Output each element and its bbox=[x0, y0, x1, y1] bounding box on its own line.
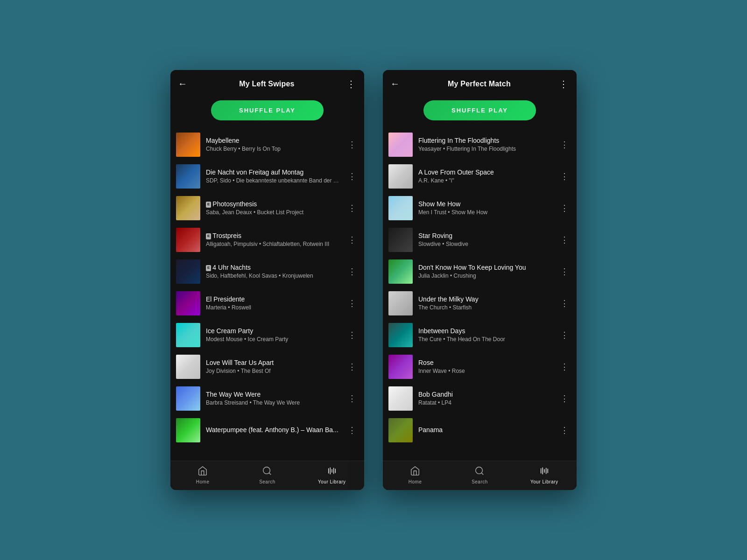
song-more-button[interactable]: ⋮ bbox=[346, 333, 359, 337]
song-info: The Way We WereBarbra Streisand • The Wa… bbox=[206, 390, 340, 407]
song-item[interactable]: Die Nacht von Freitag auf MontagSDP, Sid… bbox=[170, 161, 364, 192]
song-item[interactable]: Panama⋮ bbox=[383, 414, 577, 446]
song-more-button[interactable]: ⋮ bbox=[346, 428, 359, 433]
song-more-button[interactable]: ⋮ bbox=[558, 397, 571, 401]
song-art bbox=[176, 259, 200, 284]
shuffle-container-left: SHUFFLE PLAY bbox=[170, 94, 364, 129]
song-subtitle: Sido, Haftbefehl, Kool Savas • Kronjuwel… bbox=[206, 273, 340, 280]
song-art bbox=[176, 228, 200, 252]
nav-home-left[interactable]: Home bbox=[189, 466, 217, 484]
song-info: A Love From Outer SpaceA.R. Kane • "i" bbox=[418, 168, 553, 185]
nav-library-left[interactable]: Your Library bbox=[318, 466, 346, 484]
song-item[interactable]: The Way We WereBarbra Streisand • The Wa… bbox=[170, 383, 364, 414]
song-title: Fluttering In The Floodlights bbox=[418, 136, 553, 145]
song-info: Don't Know How To Keep Loving YouJulia J… bbox=[418, 263, 553, 280]
song-item[interactable]: E4 Uhr NachtsSido, Haftbefehl, Kool Sava… bbox=[170, 256, 364, 287]
shuffle-play-button-right[interactable]: SHUFFLE PLAY bbox=[423, 100, 536, 120]
nav-search-right[interactable]: Search bbox=[465, 466, 493, 484]
song-more-button[interactable]: ⋮ bbox=[346, 365, 359, 369]
back-button-left[interactable]: ← bbox=[178, 78, 187, 89]
song-subtitle: A.R. Kane • "i" bbox=[418, 177, 553, 185]
search-icon-left bbox=[262, 466, 272, 477]
song-more-button[interactable]: ⋮ bbox=[558, 143, 571, 147]
bottom-nav-left: Home Search Your Library bbox=[170, 461, 364, 490]
song-title: Maybellene bbox=[206, 136, 340, 145]
song-info: Fluttering In The FloodlightsYeasayer • … bbox=[418, 136, 553, 153]
song-art bbox=[388, 355, 413, 379]
shuffle-play-button-left[interactable]: SHUFFLE PLAY bbox=[211, 100, 324, 120]
song-more-button[interactable]: ⋮ bbox=[346, 301, 359, 306]
song-item[interactable]: Fluttering In The FloodlightsYeasayer • … bbox=[383, 129, 577, 161]
song-info: Die Nacht von Freitag auf MontagSDP, Sid… bbox=[206, 168, 340, 185]
song-item[interactable]: Inbetween DaysThe Cure • The Head On The… bbox=[383, 319, 577, 351]
song-item[interactable]: Under the Milky WayThe Church • Starfish… bbox=[383, 287, 577, 319]
svg-line-1 bbox=[269, 473, 271, 475]
song-info: E4 Uhr NachtsSido, Haftbefehl, Kool Sava… bbox=[206, 263, 340, 280]
song-item[interactable]: Waterpumpee (feat. Anthony B.) – Waan Ba… bbox=[170, 414, 364, 446]
song-title: Show Me How bbox=[418, 200, 553, 208]
song-more-button[interactable]: ⋮ bbox=[558, 175, 571, 179]
song-info: EPhotosynthesisSaba, Jean Deaux • Bucket… bbox=[206, 200, 340, 217]
song-item[interactable]: Bob GandhiRatatat • LP4⋮ bbox=[383, 383, 577, 414]
song-item[interactable]: Star RovingSlowdive • Slowdive⋮ bbox=[383, 224, 577, 256]
song-item[interactable]: ETrostpreisAlligatoah, Pimpulsiv • Schla… bbox=[170, 224, 364, 256]
song-subtitle: The Cure • The Head On The Door bbox=[418, 336, 553, 343]
song-title: Inbetween Days bbox=[418, 327, 553, 335]
song-subtitle: Chuck Berry • Berry Is On Top bbox=[206, 146, 340, 153]
song-item[interactable]: Don't Know How To Keep Loving YouJulia J… bbox=[383, 256, 577, 287]
song-title: Waterpumpee (feat. Anthony B.) – Waan Ba… bbox=[206, 426, 340, 434]
song-subtitle: Slowdive • Slowdive bbox=[418, 241, 553, 248]
song-title: Under the Milky Way bbox=[418, 295, 553, 303]
song-more-button[interactable]: ⋮ bbox=[558, 206, 571, 210]
song-art bbox=[176, 418, 200, 442]
song-item[interactable]: Ice Cream PartyModest Mouse • Ice Cream … bbox=[170, 319, 364, 351]
song-more-button[interactable]: ⋮ bbox=[558, 365, 571, 369]
song-more-button[interactable]: ⋮ bbox=[558, 428, 571, 433]
song-subtitle: Marteria • Roswell bbox=[206, 304, 340, 312]
song-more-button[interactable]: ⋮ bbox=[558, 333, 571, 337]
svg-line-8 bbox=[482, 473, 484, 475]
song-info: Bob GandhiRatatat • LP4 bbox=[418, 390, 553, 407]
song-more-button[interactable]: ⋮ bbox=[346, 270, 359, 274]
song-info: Show Me HowMen I Trust • Show Me How bbox=[418, 200, 553, 217]
bottom-nav-right: Home Search Your Library bbox=[383, 461, 577, 490]
more-button-left[interactable]: ⋮ bbox=[346, 82, 357, 86]
song-title: Bob Gandhi bbox=[418, 390, 553, 399]
song-more-button[interactable]: ⋮ bbox=[346, 397, 359, 401]
nav-home-label-right: Home bbox=[409, 479, 422, 484]
song-more-button[interactable]: ⋮ bbox=[558, 301, 571, 306]
song-item[interactable]: Love Will Tear Us ApartJoy Division • Th… bbox=[170, 351, 364, 383]
song-item[interactable]: El PresidenteMarteria • Roswell⋮ bbox=[170, 287, 364, 319]
song-more-button[interactable]: ⋮ bbox=[558, 270, 571, 274]
header-right: ← My Perfect Match ⋮ bbox=[383, 70, 577, 94]
song-more-button[interactable]: ⋮ bbox=[346, 238, 359, 242]
back-button-right[interactable]: ← bbox=[390, 78, 400, 89]
song-info: Panama bbox=[418, 426, 553, 435]
song-item[interactable]: A Love From Outer SpaceA.R. Kane • "i"⋮ bbox=[383, 161, 577, 192]
song-more-button[interactable]: ⋮ bbox=[346, 206, 359, 210]
song-item[interactable]: EPhotosynthesisSaba, Jean Deaux • Bucket… bbox=[170, 192, 364, 224]
more-button-right[interactable]: ⋮ bbox=[559, 82, 569, 86]
song-item[interactable]: MaybelleneChuck Berry • Berry Is On Top⋮ bbox=[170, 129, 364, 161]
svg-point-7 bbox=[476, 467, 483, 474]
song-more-button[interactable]: ⋮ bbox=[346, 175, 359, 179]
song-art bbox=[176, 355, 200, 379]
header-left: ← My Left Swipes ⋮ bbox=[170, 70, 364, 94]
song-info: El PresidenteMarteria • Roswell bbox=[206, 295, 340, 312]
playlist-title-right: My Perfect Match bbox=[448, 80, 511, 88]
song-art bbox=[176, 196, 200, 220]
song-art bbox=[176, 323, 200, 347]
song-more-button[interactable]: ⋮ bbox=[558, 238, 571, 242]
song-item[interactable]: RoseInner Wave • Rose⋮ bbox=[383, 351, 577, 383]
song-list-left: MaybelleneChuck Berry • Berry Is On Top⋮… bbox=[170, 129, 364, 461]
song-title: Ice Cream Party bbox=[206, 327, 340, 335]
search-icon-right bbox=[474, 466, 485, 477]
nav-library-right[interactable]: Your Library bbox=[530, 466, 558, 484]
song-item[interactable]: Show Me HowMen I Trust • Show Me How⋮ bbox=[383, 192, 577, 224]
song-more-button[interactable]: ⋮ bbox=[346, 143, 359, 147]
song-title: Star Roving bbox=[418, 231, 553, 240]
nav-search-left[interactable]: Search bbox=[253, 466, 281, 484]
song-title: ETrostpreis bbox=[206, 231, 340, 240]
library-icon-right bbox=[539, 466, 550, 477]
nav-home-right[interactable]: Home bbox=[401, 466, 429, 484]
